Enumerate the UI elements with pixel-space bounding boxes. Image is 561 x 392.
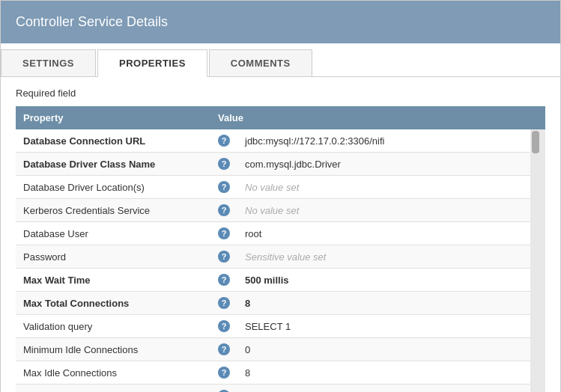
table-row: Database Driver Class Name?com.mysql.jdb… bbox=[16, 153, 545, 176]
help-icon[interactable]: ? bbox=[210, 385, 237, 393]
help-icon[interactable]: ? bbox=[210, 129, 237, 153]
property-value[interactable]: 8 bbox=[237, 292, 530, 315]
table-row: Validation query?SELECT 1 bbox=[16, 315, 545, 338]
property-name: Max Wait Time bbox=[16, 269, 210, 292]
table-row: Password?Sensitive value set bbox=[16, 245, 545, 269]
tab-comments[interactable]: COMMENTS bbox=[209, 49, 312, 76]
help-icon[interactable]: ? bbox=[210, 361, 237, 385]
tab-properties[interactable]: PROPERTIES bbox=[97, 49, 207, 77]
help-icon[interactable]: ? bbox=[210, 269, 237, 292]
property-value[interactable]: -1 bbox=[237, 385, 530, 393]
content-area: Required field Property Value Database C… bbox=[1, 77, 560, 392]
property-name: Database Driver Location(s) bbox=[16, 176, 210, 199]
tab-settings[interactable]: SETTINGS bbox=[1, 49, 96, 76]
properties-table-wrapper: Property Value Database Connection URL?j… bbox=[16, 106, 545, 392]
table-row: Minimum Idle Connections?0 bbox=[16, 338, 545, 361]
scrollbar-header bbox=[530, 106, 545, 129]
table-row: Database Driver Location(s)?No value set bbox=[16, 176, 545, 199]
property-value[interactable]: 500 millis bbox=[237, 269, 530, 292]
properties-table: Property Value Database Connection URL?j… bbox=[16, 106, 545, 392]
help-icon[interactable]: ? bbox=[210, 199, 237, 222]
dialog-title: Controller Service Details bbox=[16, 14, 168, 29]
property-value[interactable]: SELECT 1 bbox=[237, 315, 530, 338]
property-name: Validation query bbox=[16, 315, 210, 338]
table-row: Kerberos Credentials Service?No value se… bbox=[16, 199, 545, 222]
scrollbar-cell bbox=[530, 129, 545, 392]
property-value[interactable]: root bbox=[237, 222, 530, 245]
property-name: Minimum Idle Connections bbox=[16, 338, 210, 361]
required-field-label: Required field bbox=[16, 88, 545, 99]
help-icon[interactable]: ? bbox=[210, 176, 237, 199]
property-name: Max Total Connections bbox=[16, 292, 210, 315]
property-name: Database Driver Class Name bbox=[16, 153, 210, 176]
property-value[interactable]: No value set bbox=[237, 199, 530, 222]
dialog: Controller Service Details SETTINGS PROP… bbox=[0, 0, 561, 392]
property-value[interactable]: 8 bbox=[237, 361, 530, 385]
table-row: Max Connection Lifetime?-1 bbox=[16, 385, 545, 393]
col-header-property: Property bbox=[16, 106, 210, 129]
property-value[interactable]: com.mysql.jdbc.Driver bbox=[237, 153, 530, 176]
property-value[interactable]: 0 bbox=[237, 338, 530, 361]
help-icon[interactable]: ? bbox=[210, 338, 237, 361]
property-name: Database Connection URL bbox=[16, 129, 210, 153]
property-name: Database User bbox=[16, 222, 210, 245]
table-row: Max Total Connections?8 bbox=[16, 292, 545, 315]
property-value[interactable]: jdbc:mysql://172.17.0.2:3306/nifi bbox=[237, 129, 530, 153]
dialog-header: Controller Service Details bbox=[1, 1, 560, 43]
table-row: Database Connection URL?jdbc:mysql://172… bbox=[16, 129, 545, 153]
property-value[interactable]: Sensitive value set bbox=[237, 245, 530, 269]
tabs-bar: SETTINGS PROPERTIES COMMENTS bbox=[1, 43, 560, 77]
help-icon[interactable]: ? bbox=[210, 153, 237, 176]
table-row: Max Idle Connections?8 bbox=[16, 361, 545, 385]
property-value[interactable]: No value set bbox=[237, 176, 530, 199]
help-icon[interactable]: ? bbox=[210, 245, 237, 269]
table-row: Max Wait Time?500 millis bbox=[16, 269, 545, 292]
property-name: Kerberos Credentials Service bbox=[16, 199, 210, 222]
property-name: Max Connection Lifetime bbox=[16, 385, 210, 393]
col-header-value: Value bbox=[210, 106, 530, 129]
property-name: Max Idle Connections bbox=[16, 361, 210, 385]
table-row: Database User?root bbox=[16, 222, 545, 245]
help-icon[interactable]: ? bbox=[210, 315, 237, 338]
help-icon[interactable]: ? bbox=[210, 292, 237, 315]
help-icon[interactable]: ? bbox=[210, 222, 237, 245]
property-name: Password bbox=[16, 245, 210, 269]
